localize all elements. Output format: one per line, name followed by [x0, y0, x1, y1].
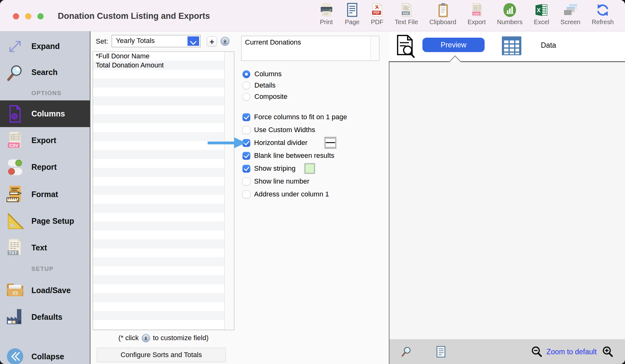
zoom-out-icon[interactable]	[531, 346, 543, 358]
checkbox-row-horizontal-divider[interactable]: Horizontal divider	[242, 139, 307, 147]
checkbox-row-show-striping[interactable]: Show striping	[242, 164, 296, 173]
numbers-button[interactable]: Numbers	[497, 3, 523, 26]
field-list[interactable]: *Full Donor Name Total Donation Amount	[93, 51, 234, 330]
checkbox-row-force-fit[interactable]: Force columns to fit on 1 page	[242, 113, 347, 121]
sidebar-item-label: Load/Save	[31, 286, 71, 295]
preview-document-icon	[396, 35, 416, 58]
radio-composite[interactable]	[242, 93, 250, 101]
set-label: Set:	[96, 37, 108, 46]
checkbox-address-column[interactable]	[242, 190, 250, 198]
csv-file-icon: CSV	[470, 3, 483, 18]
download-icon	[142, 334, 150, 342]
field-row[interactable]: *Full Donor Name	[93, 52, 234, 61]
page-button[interactable]: Page	[345, 3, 360, 26]
screen-button[interactable]: Screen	[561, 3, 580, 26]
sidebar-item-text[interactable]: TXT Text	[0, 234, 90, 261]
print-button[interactable]: Print	[319, 3, 334, 26]
checkbox-show-striping[interactable]	[242, 165, 250, 173]
tab-data[interactable]: Data	[541, 41, 556, 50]
set-dropdown-value: Yearly Totals	[116, 37, 155, 45]
zoom-window-button[interactable]	[37, 13, 44, 19]
striping-color-button[interactable]	[304, 163, 316, 174]
sidebar-item-format[interactable]: Format	[0, 181, 90, 208]
refresh-button[interactable]: Refresh	[592, 3, 614, 26]
radio-row-details[interactable]: Details	[242, 81, 275, 89]
field-row[interactable]: Total Donation Amount	[93, 61, 234, 70]
checkbox-blank-line[interactable]	[242, 152, 250, 160]
checkbox-custom-widths[interactable]	[242, 126, 250, 134]
set-square-icon	[4, 211, 26, 232]
sidebar-item-export[interactable]: CSV Export	[0, 127, 90, 154]
window-title: Donation Custom Listing and Exports	[58, 11, 210, 21]
zoom-in-icon[interactable]	[602, 346, 614, 358]
checkbox-label: Show line number	[254, 177, 309, 185]
svg-text:TXT: TXT	[403, 12, 409, 15]
radio-row-columns[interactable]: Columns	[242, 70, 282, 78]
clipboard-button[interactable]: Clipboard	[429, 3, 456, 26]
checkbox-row-line-number[interactable]: Show line number	[242, 177, 309, 185]
radio-columns[interactable]	[242, 70, 250, 78]
report-title-scrollbar[interactable]	[370, 36, 379, 61]
screen-windows-icon	[563, 3, 578, 18]
format-document-icon	[4, 184, 26, 205]
tab-preview[interactable]: Preview	[422, 38, 485, 52]
checkbox-row-address-column[interactable]: Address under column 1	[242, 190, 329, 198]
txt-file-icon: TXT	[400, 3, 413, 18]
add-field-button[interactable]: +	[207, 36, 217, 47]
numbers-icon	[503, 3, 517, 18]
toolbar-label: Page	[345, 19, 360, 26]
sidebar-item-columns[interactable]: Columns	[0, 100, 90, 127]
text-file-button[interactable]: TXT Text File	[395, 3, 418, 26]
minimize-window-button[interactable]	[25, 13, 31, 19]
customize-field-button[interactable]	[220, 37, 230, 46]
radio-row-composite[interactable]: Composite	[242, 93, 287, 101]
search-icon	[4, 62, 26, 83]
magnify-preview-icon[interactable]	[400, 345, 413, 358]
checkbox-row-custom-widths[interactable]: Use Custom Widths	[242, 126, 315, 134]
sidebar-item-page-setup[interactable]: Page Setup	[0, 208, 90, 234]
sidebar-item-expand[interactable]: Expand	[0, 33, 90, 60]
sidebar-item-report[interactable]: Report	[0, 154, 90, 180]
zoom-to-default-link[interactable]: Zoom to default	[546, 348, 597, 356]
checkbox-label: Address under column 1	[254, 190, 329, 198]
pdf-button[interactable]: PDF PDF	[371, 3, 383, 26]
excel-button[interactable]: X Excel	[534, 3, 549, 26]
page-outline-icon[interactable]	[435, 346, 447, 358]
svg-text:PDF: PDF	[373, 11, 380, 14]
divider-style-preview	[325, 137, 336, 148]
hint-suffix: to customize field)	[153, 334, 209, 342]
close-window-button[interactable]	[13, 13, 19, 19]
striping-swatch-fill	[305, 163, 315, 174]
divider-style-button[interactable]	[324, 136, 337, 149]
preview-left-border	[389, 62, 389, 364]
checkbox-label: Blank line between results	[254, 152, 334, 160]
radio-details[interactable]	[242, 82, 250, 89]
svg-text:TXT: TXT	[9, 251, 17, 255]
checkbox-line-number[interactable]	[242, 178, 250, 185]
set-dropdown[interactable]: Yearly Totals	[111, 35, 201, 47]
hint-prefix: (* click	[118, 334, 139, 342]
chevron-down-icon[interactable]	[188, 36, 199, 46]
svg-text:X: X	[537, 7, 541, 13]
folder-icon	[4, 280, 26, 301]
sidebar-item-search[interactable]: Search	[0, 59, 90, 86]
collapse-icon	[4, 346, 26, 364]
sidebar-item-label: Expand	[31, 42, 60, 51]
data-table-icon	[502, 36, 521, 55]
checkbox-force-fit[interactable]	[242, 113, 250, 121]
sidebar-item-defaults[interactable]: Defaults	[0, 304, 90, 330]
preview-top-border	[389, 61, 625, 62]
checkbox-label: Show striping	[254, 164, 296, 173]
sidebar-item-collapse[interactable]: Collapse	[0, 343, 90, 364]
sidebar-item-load-save[interactable]: Load/Save	[0, 277, 90, 304]
field-list-scrollbar[interactable]	[224, 52, 234, 330]
checkbox-row-blank-line[interactable]: Blank line between results	[242, 152, 334, 160]
columns-document-gear-icon	[4, 103, 26, 125]
refresh-icon	[595, 3, 610, 18]
sidebar-item-label: Export	[31, 136, 56, 145]
configure-sorts-totals-button[interactable]: Configure Sorts and Totals	[97, 348, 226, 362]
toolbar-label: Text File	[395, 19, 418, 26]
report-title-input[interactable]: Current Donations	[241, 36, 379, 61]
toolbar-label: Screen	[561, 19, 580, 26]
export-csv-button[interactable]: CSV Export	[468, 3, 486, 26]
